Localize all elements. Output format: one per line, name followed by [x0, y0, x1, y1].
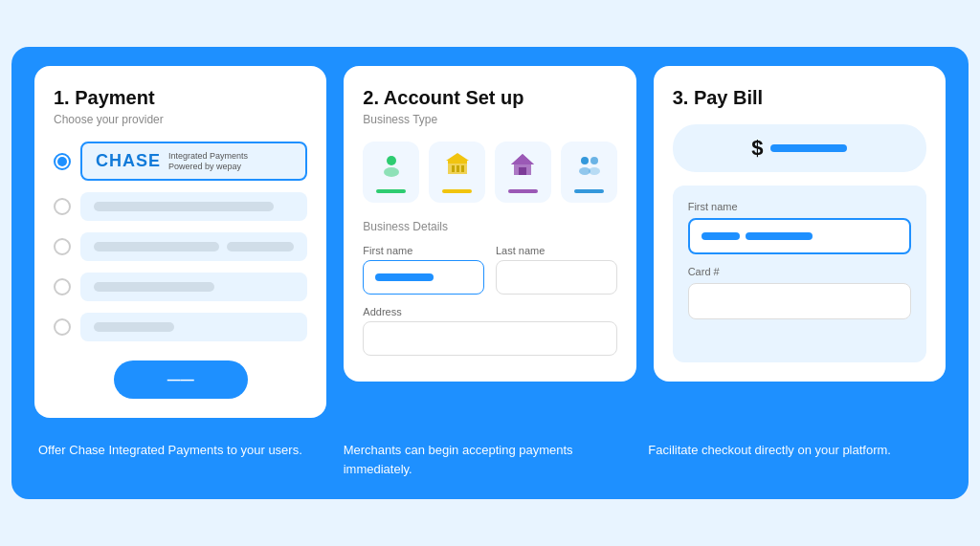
pay-bill-title: 3. Pay Bill [673, 87, 926, 109]
radio-5[interactable] [54, 318, 71, 336]
bank-icon [444, 151, 471, 184]
last-name-label: Last name [496, 245, 617, 256]
pay-bill-card: 3. Pay Bill $ First name Card # [654, 66, 946, 382]
payment-title: 1. Payment [54, 87, 307, 109]
provider-option-5[interactable] [54, 313, 307, 341]
svg-marker-4 [446, 153, 469, 161]
first-name-skeleton [375, 273, 433, 281]
address-label: Address [363, 306, 616, 317]
chase-integrated-text: Integrated Payments Powered by wepay [168, 151, 248, 172]
biz-type-group[interactable] [561, 142, 617, 203]
biz-bar-purple [508, 189, 538, 193]
payment-card: 1. Payment Choose your provider CHASE In… [34, 66, 326, 419]
svg-point-1 [384, 167, 399, 177]
card3-name-bar1 [702, 232, 740, 240]
biz-type-bank[interactable] [429, 142, 485, 203]
provider-option-4[interactable] [54, 273, 307, 301]
card3-card-label: Card # [688, 266, 911, 277]
account-setup-card: 2. Account Set up Business Type [344, 66, 635, 382]
name-form-row: First name Last name [363, 245, 616, 295]
svg-point-0 [387, 156, 396, 165]
card3-name-bar2 [746, 232, 813, 240]
biz-type-property[interactable] [495, 142, 551, 203]
account-setup-subtitle: Business Type [363, 113, 616, 126]
provider-option-3[interactable] [54, 232, 307, 261]
option-bar-3 [80, 232, 307, 261]
first-name-label: First name [363, 245, 484, 256]
pay-bill-form: First name Card # [673, 186, 926, 362]
radio-3[interactable] [54, 238, 71, 255]
payment-continue-button[interactable]: —— [114, 360, 248, 399]
last-name-group: Last name [496, 245, 617, 295]
svg-marker-10 [511, 154, 534, 164]
last-name-input[interactable] [496, 260, 617, 295]
radio-2[interactable] [54, 198, 71, 215]
biz-bar-green [376, 189, 406, 193]
first-name-input[interactable] [363, 260, 484, 295]
option-bar-4 [80, 273, 307, 301]
skeleton-2 [94, 202, 274, 211]
biz-bar-yellow [442, 189, 472, 193]
svg-rect-9 [519, 167, 526, 175]
outer-container: 1. Payment Choose your provider CHASE In… [11, 47, 969, 500]
svg-rect-6 [457, 165, 459, 172]
business-types-row [363, 142, 616, 203]
card3-first-name-label: First name [688, 201, 911, 212]
bottom-col-3: Facilitate checkout directly on your pla… [636, 441, 942, 478]
provider-option-2[interactable] [54, 192, 307, 221]
skeleton-4 [94, 282, 214, 292]
biz-bar-blue [574, 189, 604, 193]
address-input[interactable] [363, 321, 616, 356]
payment-subtitle: Choose your provider [54, 113, 307, 126]
group-icon [575, 151, 602, 184]
biz-type-individual[interactable] [363, 142, 419, 203]
individual-icon [378, 151, 405, 184]
option-bar-5 [80, 313, 307, 341]
svg-point-14 [589, 167, 600, 175]
svg-point-13 [590, 157, 598, 164]
bottom-row: Offer Chase Integrated Payments to your … [34, 418, 946, 499]
option-bar-2 [80, 192, 307, 221]
dollar-sign: $ [751, 136, 763, 161]
amount-bar [770, 144, 847, 152]
card3-card-number-input[interactable] [688, 283, 911, 319]
card3-first-name-input[interactable] [688, 218, 911, 254]
bottom-col-2: Merchants can begin accepting payments i… [332, 441, 637, 478]
radio-4[interactable] [54, 278, 71, 295]
svg-rect-3 [448, 161, 467, 164]
svg-rect-7 [461, 165, 464, 172]
amount-display: $ [673, 124, 926, 172]
business-details-label: Business Details [363, 220, 616, 233]
home-icon [509, 151, 536, 184]
chase-logo: CHASE [96, 151, 161, 171]
bottom-col-1: Offer Chase Integrated Payments to your … [38, 441, 332, 478]
first-name-group: First name [363, 245, 484, 295]
svg-rect-5 [452, 165, 455, 172]
chase-provider-bar[interactable]: CHASE Integrated Payments Powered by wep… [80, 142, 307, 182]
chase-radio[interactable] [54, 153, 71, 170]
address-group: Address [363, 306, 616, 356]
pay-bill-top: 3. Pay Bill [673, 87, 926, 113]
svg-point-11 [581, 157, 589, 164]
account-setup-title: 2. Account Set up [363, 87, 616, 109]
skeleton-5 [94, 322, 174, 332]
skeleton-3b [227, 242, 294, 251]
skeleton-3a [94, 242, 219, 251]
chase-provider-option[interactable]: CHASE Integrated Payments Powered by wep… [54, 142, 307, 182]
cards-row: 1. Payment Choose your provider CHASE In… [34, 66, 946, 419]
